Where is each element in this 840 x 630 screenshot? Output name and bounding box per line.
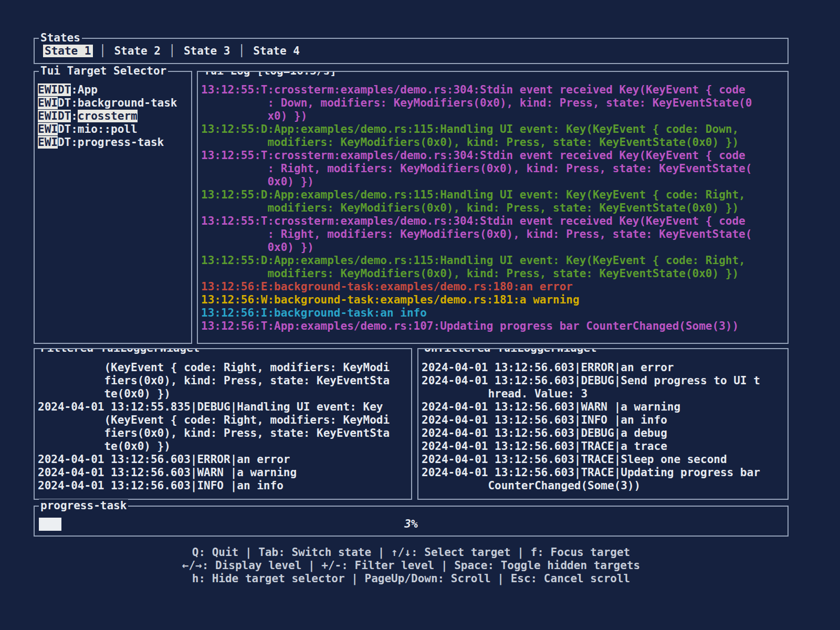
progress-task-title: progress-task	[39, 499, 128, 512]
target-row-crossterm[interactable]: EWIDT:crossterm	[38, 110, 188, 123]
target-label: :	[71, 110, 78, 122]
log-row: 2024-04-01 13:12:56.603|INFO |an info	[422, 414, 784, 427]
level-flags: EWI	[38, 123, 58, 135]
level-flags: crossterm	[78, 110, 138, 122]
target-selector-title: Tui Target Selector	[39, 65, 168, 78]
log-row: te(0x0) })	[38, 387, 408, 401]
log-row: 13:12:55:T:crossterm:examples/demo.rs:30…	[201, 83, 784, 97]
progress-task-panel: progress-task 3%	[34, 506, 789, 537]
log-row: x0) })	[201, 110, 784, 123]
target-label: :App	[71, 83, 98, 96]
log-row: modifiers: KeyModifiers(0x0), kind: Pres…	[201, 267, 784, 280]
help-text: Q: Quit | Tab: Switch state | ↑/↓: Selec…	[34, 546, 789, 585]
tab-state-2[interactable]: State 2	[112, 45, 162, 57]
log-row: : Down, modifiers: KeyModifiers(0x0), ki…	[201, 97, 784, 110]
target-selector-list: EWIDT:AppEWIDT:background-taskEWIDT:cros…	[35, 72, 191, 149]
unfiltered-logger-lines: 2024-04-01 13:12:56.603|ERROR|an error20…	[418, 349, 788, 492]
target-label: DT:background-task	[58, 97, 177, 109]
log-row: 13:12:56:I:background-task:an info	[201, 307, 784, 320]
target-selector-panel: Tui Target Selector EWIDT:AppEWIDT:backg…	[34, 71, 192, 344]
log-row: 13:12:56:E:background-task:examples/demo…	[201, 280, 784, 293]
states-panel-title: States	[39, 32, 82, 45]
tui-log-panel[interactable]: Tui Log [log=16.3/s] 13:12:55:T:crosster…	[197, 71, 789, 344]
target-row-mio::poll[interactable]: EWIDT:mio::poll	[38, 123, 188, 136]
filtered-logger-title: Filtered TuiLoggerWidget	[39, 348, 201, 355]
target-row-App[interactable]: EWIDT:App	[38, 83, 188, 97]
log-row: 2024-04-01 13:12:56.603|TRACE|Sleep one …	[422, 453, 784, 466]
target-row-progress-task[interactable]: EWIDT:progress-task	[38, 136, 188, 149]
state-tabs: State 1 │ State 2 │ State 3 │ State 4	[35, 39, 788, 58]
tab-separator: │	[162, 45, 182, 57]
log-row: hread. Value: 3	[422, 387, 784, 401]
target-row-background-task[interactable]: EWIDT:background-task	[38, 97, 188, 110]
log-row: modifiers: KeyModifiers(0x0), kind: Pres…	[201, 202, 784, 215]
log-row: fiers(0x0), kind: Press, state: KeyEvent…	[38, 374, 408, 387]
help-line: ←/→: Display level | +/-: Filter level |…	[34, 559, 789, 572]
log-row: 13:12:55:T:crossterm:examples/demo.rs:30…	[201, 149, 784, 162]
target-label: DT:progress-task	[58, 136, 164, 149]
log-row: 2024-04-01 13:12:56.603|TRACE|Updating p…	[422, 466, 784, 479]
log-row: : Right, modifiers: KeyModifiers(0x0), k…	[201, 162, 784, 175]
log-row: 2024-04-01 13:12:55.835|DEBUG|Handling U…	[38, 401, 408, 414]
log-row: : Right, modifiers: KeyModifiers(0x0), k…	[201, 228, 784, 241]
unfiltered-logger-title: Unfiltered TuiLoggerWidget	[423, 348, 598, 355]
progress-gauge: 3%	[39, 518, 783, 531]
log-row: 0x0) })	[201, 175, 784, 188]
log-row: 2024-04-01 13:12:56.603|INFO |an info	[38, 479, 408, 492]
terminal-screen: States State 1 │ State 2 │ State 3 │ Sta…	[0, 0, 840, 630]
tab-state-4[interactable]: State 4	[251, 45, 301, 57]
progress-percent-label: 3%	[404, 518, 417, 531]
log-row: 2024-04-01 13:12:56.603|TRACE|a trace	[422, 440, 784, 453]
tab-state-1[interactable]: State 1	[43, 45, 93, 57]
log-row: 13:12:55:D:App:examples/demo.rs:115:Hand…	[201, 188, 784, 202]
states-panel: States State 1 │ State 2 │ State 3 │ Sta…	[34, 38, 789, 64]
tab-separator: │	[93, 45, 113, 57]
unfiltered-logger-panel[interactable]: Unfiltered TuiLoggerWidget 2024-04-01 13…	[417, 348, 789, 500]
tui-log-lines: 13:12:55:T:crossterm:examples/demo.rs:30…	[198, 72, 788, 333]
log-row: CounterChanged(Some(3))	[422, 479, 784, 492]
log-row: 2024-04-01 13:12:56.603|DEBUG|a debug	[422, 427, 784, 440]
progress-gauge-fill	[39, 518, 61, 531]
log-row: (KeyEvent { code: Right, modifiers: KeyM…	[38, 414, 408, 427]
log-row: 0x0) })	[201, 241, 784, 254]
help-line: h: Hide target selector | PageUp/Down: S…	[34, 572, 789, 585]
log-row: 13:12:56:W:background-task:examples/demo…	[201, 293, 784, 307]
log-row: 2024-04-01 13:12:56.603|WARN |a warning	[38, 466, 408, 479]
filtered-logger-panel[interactable]: Filtered TuiLoggerWidget (KeyEvent { cod…	[34, 348, 412, 500]
log-row: fiers(0x0), kind: Press, state: KeyEvent…	[38, 427, 408, 440]
tab-separator: │	[232, 45, 251, 57]
help-line: Q: Quit | Tab: Switch state | ↑/↓: Selec…	[34, 546, 789, 559]
filtered-logger-lines: (KeyEvent { code: Right, modifiers: KeyM…	[35, 349, 411, 492]
log-row: 2024-04-01 13:12:56.603|ERROR|an error	[38, 453, 408, 466]
log-row: 2024-04-01 13:12:56.603|ERROR|an error	[422, 361, 784, 374]
log-row: 13:12:56:T:App:examples/demo.rs:107:Upda…	[201, 320, 784, 333]
log-row: 13:12:55:T:crossterm:examples/demo.rs:30…	[201, 215, 784, 228]
log-row: te(0x0) })	[38, 440, 408, 453]
log-row: 13:12:55:D:App:examples/demo.rs:115:Hand…	[201, 123, 784, 136]
log-row: (KeyEvent { code: Right, modifiers: KeyM…	[38, 361, 408, 374]
tab-state-3[interactable]: State 3	[182, 45, 232, 57]
log-row: 13:12:55:D:App:examples/demo.rs:115:Hand…	[201, 254, 784, 267]
tui-log-title: Tui Log [log=16.3/s]	[202, 71, 338, 78]
level-flags: EWIDT	[38, 110, 71, 122]
target-label: DT:mio::poll	[58, 123, 138, 135]
log-row: modifiers: KeyModifiers(0x0), kind: Pres…	[201, 136, 784, 149]
level-flags: EWIDT	[38, 83, 71, 96]
log-row: 2024-04-01 13:12:56.603|WARN |a warning	[422, 401, 784, 414]
log-row: 2024-04-01 13:12:56.603|DEBUG|Send progr…	[422, 374, 784, 387]
level-flags: EWI	[38, 136, 58, 149]
level-flags: EWI	[38, 97, 58, 109]
